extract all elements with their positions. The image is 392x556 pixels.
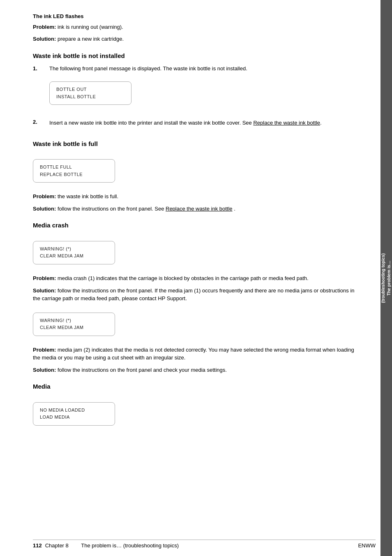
problem-label: Problem: [33, 24, 56, 30]
media-crash-solution2-label: Solution: [33, 367, 56, 373]
media-crash-solution1: Solution: follow the instructions on the… [33, 287, 356, 303]
panel-warning2-line2: CLEAR MEDIA JAM [40, 324, 108, 331]
waste-full-solution-label: Solution: [33, 206, 56, 212]
sidebar: The problem is…(troubleshooting topics) [380, 0, 392, 556]
footer-chapter-title: The problem is… (troubleshooting topics) [81, 542, 179, 549]
panel-warning1: WARNING! (*) CLEAR MEDIA JAM [33, 241, 115, 264]
section-waste-not-installed: Waste ink bottle is not installed 1. The… [33, 51, 356, 131]
waste-full-solution-text: follow the instructions on the front pan… [58, 206, 166, 212]
panel-bottle-full: BOTTLE FULL REPLACE BOTTLE [33, 159, 115, 183]
media-crash-solution1-text: follow the instructions on the front pan… [33, 287, 355, 302]
sidebar-line1: The problem is…(troubleshooting topics) [380, 253, 391, 303]
section-waste-full: Waste ink bottle is full BOTTLE FULL REP… [33, 139, 356, 213]
media-crash-problem1-text: media crash (1) indicates that the carri… [58, 275, 309, 281]
sidebar-text: The problem is…(troubleshooting topics) [380, 253, 392, 303]
problem-text: ink is running out (warning). [58, 24, 123, 30]
media-crash-problem1-label: Problem: [33, 275, 56, 281]
panel-bottle-full-wrapper: BOTTLE FULL REPLACE BOTTLE [33, 153, 356, 188]
waste-full-solution: Solution: follow the instructions on the… [33, 205, 356, 213]
main-content: The ink LED flashes Problem: ink is runn… [0, 0, 380, 556]
panel-bottle-full-line2: REPLACE BOTTLE [40, 171, 108, 178]
waste-full-period: . [234, 206, 235, 212]
step-2-content: Insert a new waste ink bottle into the p… [49, 119, 356, 131]
media-crash-problem1: Problem: media crash (1) indicates that … [33, 274, 356, 283]
page-container: The ink LED flashes Problem: ink is runn… [0, 0, 392, 556]
media-crash-problem2-text: media jam (2) indicates that the media i… [33, 347, 354, 361]
panel-warning2-wrapper: WARNING! (*) CLEAR MEDIA JAM [33, 307, 356, 342]
panel-warning2: WARNING! (*) CLEAR MEDIA JAM [33, 313, 115, 336]
step-2: 2. Insert a new waste ink bottle into th… [33, 119, 356, 131]
footer-chapter: Chapter 8 [45, 542, 69, 549]
media-heading: Media [33, 382, 356, 392]
waste-full-problem: Problem: the waste ink bottle is full. [33, 192, 356, 201]
footer: 112 Chapter 8 The problem is… (troublesh… [33, 540, 376, 549]
footer-brand: ENWW [358, 542, 376, 549]
panel-bottle-out: BOTTLE OUT INSTALL BOTTLE [49, 81, 131, 105]
media-crash-problem2-label: Problem: [33, 347, 56, 353]
footer-left: 112 Chapter 8 The problem is… (troublesh… [33, 542, 179, 549]
ink-led-problem: Problem: ink is running out (warning). [33, 23, 356, 31]
panel-warning2-line1: WARNING! (*) [40, 317, 108, 324]
step-1-text: The following front panel message is dis… [49, 65, 247, 72]
media-crash-heading: Media crash [33, 221, 356, 230]
panel-warning1-line1: WARNING! (*) [40, 246, 108, 253]
ink-led-solution: Solution: prepare a new ink cartridge. [33, 35, 356, 43]
media-crash-solution2-text: follow the instructions on the front pan… [58, 367, 227, 373]
replace-waste-ink-link[interactable]: Replace the waste ink bottle [166, 206, 233, 212]
panel-bottle-full-line1: BOTTLE FULL [40, 164, 108, 171]
waste-not-installed-heading: Waste ink bottle is not installed [33, 51, 356, 61]
step-1-number: 1. [33, 65, 49, 72]
footer-separator [72, 542, 78, 549]
ink-led-heading: The ink LED flashes [33, 12, 356, 21]
step-1: 1. The following front panel message is … [33, 65, 356, 115]
step-2-number: 2. [33, 119, 49, 125]
media-crash-problem2: Problem: media jam (2) indicates that th… [33, 346, 356, 362]
solution-text: prepare a new ink cartridge. [58, 36, 124, 42]
panel-warning1-line2: CLEAR MEDIA JAM [40, 253, 108, 260]
media-crash-solution1-label: Solution: [33, 287, 56, 294]
panel-bottle-out-wrapper: BOTTLE OUT INSTALL BOTTLE [49, 76, 356, 111]
panel-no-media: NO MEDIA LOADED LOAD MEDIA [33, 402, 115, 426]
section-ink-led: The ink LED flashes Problem: ink is runn… [33, 12, 356, 43]
media-crash-solution2: Solution: follow the instructions on the… [33, 366, 356, 374]
section-media-crash: Media crash WARNING! (*) CLEAR MEDIA JAM… [33, 221, 356, 374]
panel-no-media-wrapper: NO MEDIA LOADED LOAD MEDIA [33, 396, 356, 431]
waste-full-problem-text: the waste ink bottle is full. [58, 193, 118, 199]
waste-full-problem-label: Problem: [33, 193, 56, 199]
solution-label: Solution: [33, 36, 56, 42]
waste-full-heading: Waste ink bottle is full [33, 139, 356, 149]
section-media: Media NO MEDIA LOADED LOAD MEDIA [33, 382, 356, 431]
step-1-content: The following front panel message is dis… [49, 65, 356, 115]
panel-bottle-out-line2: INSTALL BOTTLE [56, 93, 125, 101]
panel-warning1-wrapper: WARNING! (*) CLEAR MEDIA JAM [33, 235, 356, 270]
panel-no-media-line1: NO MEDIA LOADED [40, 407, 108, 414]
step-2-text: Insert a new waste ink bottle into the p… [49, 119, 356, 127]
footer-page-number: 112 [33, 542, 42, 549]
panel-bottle-out-line1: BOTTLE OUT [56, 86, 125, 93]
panel-no-media-line2: LOAD MEDIA [40, 414, 108, 421]
replace-bottle-link[interactable]: Replace the waste ink bottle [253, 120, 320, 126]
